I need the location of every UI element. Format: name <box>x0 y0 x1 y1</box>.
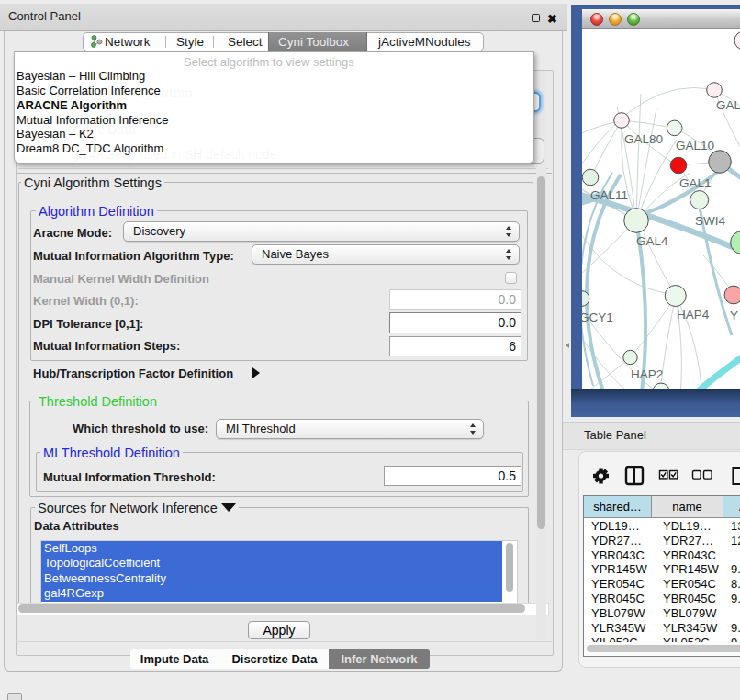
svg-text:HAP4: HAP4 <box>677 308 710 322</box>
svg-text:Y: Y <box>730 309 738 322</box>
svg-text:GAL1: GAL1 <box>679 176 712 190</box>
svg-text:GAL11: GAL11 <box>590 188 628 202</box>
svg-text:GAL: GAL <box>716 98 740 112</box>
svg-text:GCY1: GCY1 <box>582 310 613 324</box>
svg-text:GAL4: GAL4 <box>636 234 668 248</box>
svg-text:GAL10: GAL10 <box>676 139 714 152</box>
svg-text:HAP2: HAP2 <box>631 367 663 381</box>
svg-text:SWI4: SWI4 <box>695 214 725 228</box>
svg-text:GAL80: GAL80 <box>624 132 663 146</box>
